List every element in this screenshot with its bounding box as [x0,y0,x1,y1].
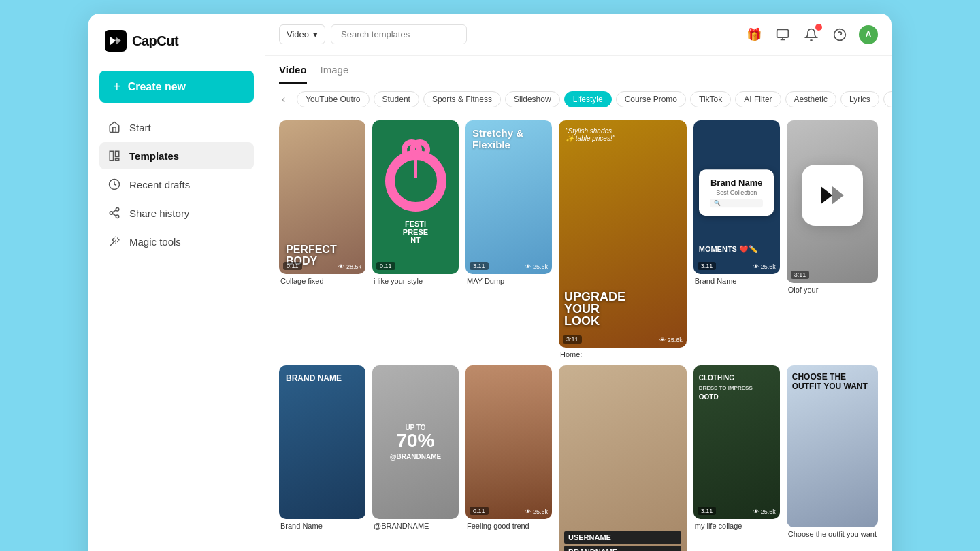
chevron-down-icon: ▾ [313,29,318,39]
table-row[interactable]: FESTIPRESENT 0:11 i like your style [372,120,459,358]
svg-point-6 [116,208,119,212]
card-duration: 3:11 [563,335,582,344]
filter-row: ‹ YouTube Outro Student Sports & Fitness… [265,84,892,115]
chip-aesthetic[interactable]: Aesthetic [785,91,836,107]
card-title: Choose the outfit you want [787,530,878,538]
magic-icon [108,235,121,248]
search-input[interactable] [331,24,467,44]
card-title: my life collage [693,522,780,530]
tab-image[interactable]: Image [321,64,349,84]
card-views: 👁 25.6k [525,263,548,270]
table-row[interactable]: Stretchy &Flexible 3:11 👁 25.6k MAY Dump [466,120,552,358]
card-gift-text: FESTIPRESENT [403,220,428,244]
svg-rect-11 [777,29,789,37]
sidebar-templates-label: Templates [129,150,179,162]
logo-icon [105,30,127,52]
svg-point-8 [116,215,119,218]
table-row[interactable]: BRAND NAME Brand Name [279,365,365,551]
chip-recording[interactable]: Recording [883,91,892,107]
logo: CapCut [99,30,254,52]
chip-lifestyle[interactable]: Lifestyle [564,91,612,107]
create-new-button[interactable]: + Create new [99,71,254,103]
video-dropdown[interactable]: Video ▾ [279,24,325,44]
layers-icon[interactable] [773,25,792,44]
card-percent: 70% [396,431,434,450]
card-title: Brand Name [279,522,365,530]
card-duration: 0:11 [470,507,489,515]
card-title: Collage fixed [279,277,365,285]
card-inner-text: UPGRADEYOURLOOK [564,290,681,327]
main-content: Video ▾ 🎁 A Vi [265,14,892,551]
svg-line-9 [112,214,116,216]
sidebar-start-label: Start [129,122,151,133]
svg-line-10 [112,210,116,212]
card-brand-sub: Best Collection [710,189,763,196]
templates-icon [108,149,121,163]
card-duration: 3:11 [470,262,489,270]
table-row[interactable]: UPGRADEYOURLOOK "Stylish shades✨ table p… [559,120,687,358]
plus-icon: + [113,79,121,95]
card-brandname: @BRANDNAME [390,453,441,461]
topbar: Video ▾ 🎁 A [265,14,892,56]
chip-youtube-outro[interactable]: YouTube Outro [297,91,370,107]
template-grid: PERFECTBODY 0:11 👁 28.5k Collage fixed [279,120,878,551]
avatar[interactable]: A [859,25,878,44]
grid-area: PERFECTBODY 0:11 👁 28.5k Collage fixed [265,115,892,551]
sidebar: CapCut + Create new Start Templates Rece… [88,14,265,551]
table-row[interactable]: CLOTHINGDRESS TO IMPRESSOOTD 3:11 👁 25.6… [693,365,780,551]
table-row[interactable]: UP TO 70% @BRANDNAME @BRANDNAME [372,365,459,551]
table-row[interactable]: PERFECTBODY 0:11 👁 28.5k Collage fixed [279,120,365,358]
card-views: 👁 25.6k [753,508,776,515]
table-row[interactable]: USERNAME BRANDNAME PASSWORD 3:11 👁 25.6k… [559,365,687,551]
share-icon [108,206,121,220]
bell-icon[interactable] [802,25,821,44]
card-moments: MOMENTS ❤️✏️ [699,245,774,254]
table-row[interactable]: 3:11 Olof your [787,120,878,358]
table-row[interactable]: 0:11 👁 25.6k Feeling good trend [466,365,552,551]
app-window: CapCut + Create new Start Templates Rece… [88,14,892,551]
gift-icon[interactable]: 🎁 [745,25,764,44]
card-inner-text: BRAND NAME [286,373,359,383]
card-inner-text: CHOOSE THE OUTFIT YOU WANT [792,372,872,392]
card-username: USERNAME [564,531,681,544]
table-row[interactable]: Brand Name Best Collection 🔍 MOMENTS ❤️✏… [693,120,780,358]
sidebar-drafts-label: Recent drafts [129,179,190,190]
logo-text: CapCut [132,33,178,49]
card-inner-text: CLOTHINGDRESS TO IMPRESSOOTD [699,373,774,402]
card-views: 👁 25.6k [525,508,548,515]
card-duration: 0:11 [283,262,302,270]
chip-sports-fitness[interactable]: Sports & Fitness [423,91,501,107]
card-views: 👁 25.6k [659,337,683,344]
card-brand-name: Brand Name [710,178,763,188]
sidebar-item-templates[interactable]: Templates [99,142,254,169]
chip-ai-filter[interactable]: AI Filter [735,91,781,107]
sidebar-share-label: Share history [129,207,189,219]
chip-course-promo[interactable]: Course Promo [616,91,686,107]
clock-icon [108,178,121,191]
card-title: Olof your [787,286,878,294]
sidebar-magic-label: Magic tools [129,236,181,248]
sidebar-item-magic-tools[interactable]: Magic tools [99,228,254,255]
card-duration: 3:11 [698,262,717,270]
chip-tiktok[interactable]: TikTok [690,91,731,107]
filter-prev-arrow[interactable]: ‹ [279,90,293,108]
chip-student[interactable]: Student [374,91,419,107]
card-views: 👁 25.6k [753,263,776,270]
help-icon[interactable] [830,25,849,44]
card-title: Home: [559,350,687,358]
chip-slideshow[interactable]: Slideshow [505,91,560,107]
bell-badge [815,24,822,31]
tab-video[interactable]: Video [279,64,307,84]
search-area: Video ▾ [279,24,467,44]
sidebar-item-recent-drafts[interactable]: Recent drafts [99,171,254,198]
card-title: i like your style [372,277,459,285]
chip-lyrics[interactable]: Lyrics [840,91,879,107]
tabs-row: Video Image [265,56,892,84]
sidebar-item-start[interactable]: Start [99,114,254,141]
table-row[interactable]: CHOOSE THE OUTFIT YOU WANT Choose the ou… [787,365,878,551]
video-dropdown-label: Video [287,29,309,39]
sidebar-item-share-history[interactable]: Share history [99,199,254,227]
card-title: MAY Dump [466,277,552,285]
card-brandname: BRANDNAME [564,546,681,552]
card-duration: 0:11 [376,262,395,270]
